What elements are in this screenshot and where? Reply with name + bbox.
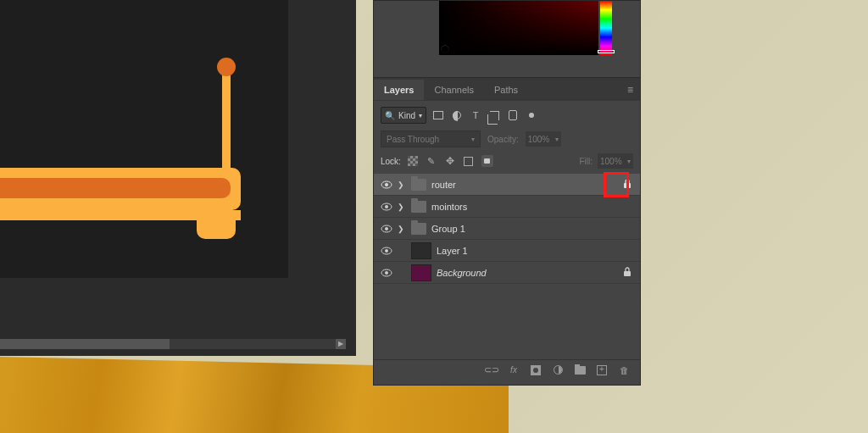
opacity-value: 100%	[528, 135, 550, 144]
link-layers-icon[interactable]: ⊂⊃	[486, 364, 498, 376]
lock-label: Lock:	[381, 157, 401, 166]
expand-chevron-icon[interactable]: ❯	[398, 203, 406, 211]
panel-menu-icon[interactable]: ≡	[627, 84, 633, 96]
svg-point-1	[385, 183, 388, 186]
router-stripe	[0, 178, 231, 198]
folder-icon	[411, 223, 426, 235]
lock-position-icon[interactable]	[443, 154, 457, 168]
blend-mode-row: Pass Through ▾ Opacity: 100% ▾	[381, 130, 633, 148]
svg-point-8	[385, 249, 388, 253]
filter-smartobject-icon[interactable]	[506, 108, 520, 122]
search-icon: 🔍	[385, 111, 395, 120]
hue-slider[interactable]	[600, 1, 612, 55]
filter-shape-icon[interactable]	[487, 108, 501, 122]
chevron-down-icon: ▾	[627, 158, 631, 165]
color-picker[interactable]	[439, 1, 621, 62]
tab-channels[interactable]: Channels	[424, 80, 483, 100]
horizontal-scrollbar[interactable]: ▶	[0, 339, 346, 349]
layer-row-mointors[interactable]: ❯ mointors	[374, 196, 640, 218]
tab-layers[interactable]: Layers	[374, 80, 424, 100]
layer-thumbnail[interactable]	[411, 264, 431, 281]
svg-rect-2	[624, 183, 631, 188]
expand-chevron-icon[interactable]: ❯	[398, 180, 406, 189]
lock-icon[interactable]	[623, 267, 632, 279]
svg-point-10	[385, 271, 388, 275]
visibility-toggle[interactable]	[381, 179, 392, 191]
fill-input[interactable]: 100% ▾	[598, 153, 633, 169]
layer-row-router[interactable]: ❯ router	[374, 174, 640, 196]
router-antenna	[222, 68, 231, 169]
svg-point-4	[385, 205, 388, 208]
fill-value: 100%	[600, 157, 622, 166]
canvas[interactable]	[0, 0, 288, 278]
visibility-toggle[interactable]	[381, 201, 392, 213]
filter-kind-select[interactable]: 🔍 Kind ▾	[381, 107, 426, 124]
layer-name[interactable]: Group 1	[431, 224, 465, 234]
lock-icon[interactable]	[623, 179, 632, 191]
fill-label: Fill:	[579, 157, 593, 166]
router-foot	[197, 220, 236, 239]
scrollbar-right-arrow[interactable]: ▶	[336, 339, 346, 349]
layer-filter-row: 🔍 Kind ▾ T	[381, 106, 633, 125]
lock-artboard-icon[interactable]	[462, 154, 476, 168]
panel-tabs: Layers Channels Paths ≡	[374, 77, 640, 101]
layer-name[interactable]: mointors	[431, 202, 467, 212]
filter-type-icon[interactable]: T	[469, 108, 482, 122]
lock-transparency-icon[interactable]	[406, 154, 420, 168]
visibility-toggle[interactable]	[381, 223, 392, 235]
folder-icon	[411, 201, 426, 213]
router-base	[0, 210, 241, 220]
layers-bottom-bar: ⊂⊃ fx	[374, 359, 640, 380]
lock-pixels-icon[interactable]	[425, 154, 438, 168]
filter-kind-label: Kind	[398, 111, 415, 120]
layer-name[interactable]: Layer 1	[437, 246, 468, 256]
new-layer-icon[interactable]	[596, 364, 608, 376]
layer-name[interactable]: router	[431, 180, 456, 190]
opacity-input[interactable]: 100% ▾	[526, 131, 561, 147]
opacity-label: Opacity:	[487, 135, 519, 144]
color-field[interactable]	[439, 1, 598, 55]
adjustment-layer-icon[interactable]	[552, 364, 564, 376]
layer-thumbnail[interactable]	[411, 242, 431, 259]
chevron-down-icon: ▾	[555, 136, 559, 143]
blend-mode-select[interactable]: Pass Through ▾	[381, 130, 481, 147]
filter-toggle-icon[interactable]	[525, 108, 538, 122]
scrollbar-thumb[interactable]	[0, 339, 170, 349]
tab-paths[interactable]: Paths	[484, 80, 528, 100]
visibility-toggle[interactable]	[381, 267, 392, 279]
folder-icon	[411, 179, 426, 191]
blend-mode-value: Pass Through	[387, 135, 439, 144]
layer-name[interactable]: Background	[437, 268, 487, 278]
app-window: ▶	[0, 0, 356, 356]
visibility-toggle[interactable]	[381, 245, 392, 257]
layer-effects-icon[interactable]: fx	[508, 364, 520, 376]
filter-pixel-icon[interactable]	[431, 108, 445, 122]
color-cursor[interactable]	[441, 45, 449, 53]
svg-point-6	[385, 227, 388, 230]
svg-rect-11	[624, 271, 631, 276]
new-group-icon[interactable]	[574, 364, 586, 376]
lock-row: Lock: Fill: 100% ▾	[381, 152, 633, 170]
chevron-down-icon: ▾	[471, 136, 475, 143]
layers-panel: Layers Channels Paths ≡ 🔍 Kind ▾ T Pass …	[373, 0, 641, 386]
layers-list: ❯ router ❯ mointors ❯ Group 1 Layer 1	[374, 174, 640, 284]
layer-row-background[interactable]: Background	[374, 262, 640, 284]
filter-adjustment-icon[interactable]	[450, 108, 464, 122]
expand-chevron-icon[interactable]: ❯	[398, 225, 406, 233]
hue-slider-handle[interactable]	[598, 50, 615, 53]
delete-layer-icon[interactable]	[618, 364, 630, 376]
layer-mask-icon[interactable]	[530, 364, 542, 376]
layer-row-group1[interactable]: ❯ Group 1	[374, 218, 640, 240]
chevron-down-icon: ▾	[419, 112, 422, 119]
layer-row-layer1[interactable]: Layer 1	[374, 240, 640, 262]
lock-all-icon[interactable]	[481, 154, 494, 168]
